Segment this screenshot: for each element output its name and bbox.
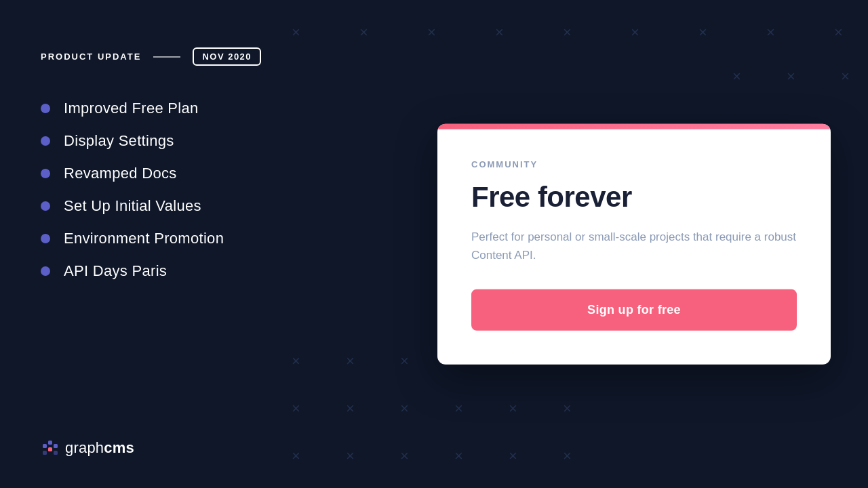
list-item: Display Settings xyxy=(41,132,407,150)
feature-list: Improved Free Plan Display Settings Reva… xyxy=(41,100,407,280)
x-decoration: × xyxy=(766,24,775,41)
feature-text: Improved Free Plan xyxy=(64,100,199,117)
x-decoration: × xyxy=(454,447,463,465)
header-line xyxy=(153,56,180,58)
svg-rect-2 xyxy=(54,444,58,448)
svg-rect-1 xyxy=(48,441,52,445)
x-decoration: × xyxy=(631,24,639,41)
list-item: Environment Promotion xyxy=(41,230,407,247)
card-category: COMMUNITY xyxy=(471,159,797,169)
left-section: PRODUCT UPDATE NOV 2020 Improved Free Pl… xyxy=(41,0,407,488)
bullet-icon xyxy=(41,234,50,243)
card-body: COMMUNITY Free forever Perfect for perso… xyxy=(437,129,831,365)
bullet-icon xyxy=(41,266,50,276)
date-badge: NOV 2020 xyxy=(193,47,261,66)
bullet-icon xyxy=(41,104,50,113)
list-item: Set Up Initial Values xyxy=(41,197,407,215)
product-update-header: PRODUCT UPDATE NOV 2020 xyxy=(41,47,407,66)
feature-text: Display Settings xyxy=(64,132,174,150)
svg-rect-3 xyxy=(48,447,52,451)
x-decoration: × xyxy=(834,24,843,41)
logo-text: graphcms xyxy=(65,439,134,457)
list-item: Revamped Docs xyxy=(41,165,407,182)
signup-button[interactable]: Sign up for free xyxy=(471,289,797,330)
x-decoration: × xyxy=(563,400,572,418)
x-decoration: × xyxy=(732,68,741,85)
list-item: API Days Paris xyxy=(41,262,407,280)
feature-text: Revamped Docs xyxy=(64,165,177,182)
x-decoration: × xyxy=(841,68,850,85)
x-decoration: × xyxy=(563,24,572,41)
logo-text-regular: graph xyxy=(65,439,104,456)
x-decoration: × xyxy=(427,24,436,41)
graphcms-logo-icon xyxy=(41,439,60,458)
logo-text-bold: cms xyxy=(104,439,134,456)
x-decoration: × xyxy=(698,24,707,41)
feature-text: API Days Paris xyxy=(64,262,167,280)
x-decoration: × xyxy=(495,24,504,41)
x-decoration: × xyxy=(509,447,517,465)
feature-text: Set Up Initial Values xyxy=(64,197,201,215)
svg-rect-4 xyxy=(43,451,47,455)
list-item: Improved Free Plan xyxy=(41,100,407,117)
right-section: COMMUNITY Free forever Perfect for perso… xyxy=(437,124,831,365)
x-decoration: × xyxy=(454,400,463,418)
x-decoration: × xyxy=(563,447,572,465)
card-accent-bar xyxy=(437,124,831,129)
community-card: COMMUNITY Free forever Perfect for perso… xyxy=(437,124,831,365)
logo-area: graphcms xyxy=(41,439,134,458)
bullet-icon xyxy=(41,136,50,146)
bullet-icon xyxy=(41,169,50,178)
card-title: Free forever xyxy=(471,182,797,213)
svg-rect-5 xyxy=(54,451,58,455)
svg-rect-0 xyxy=(43,444,47,448)
feature-text: Environment Promotion xyxy=(64,230,224,247)
product-update-label: PRODUCT UPDATE xyxy=(41,52,141,62)
card-description: Perfect for personal or small-scale proj… xyxy=(471,228,797,264)
x-decoration: × xyxy=(787,68,795,85)
bullet-icon xyxy=(41,201,50,211)
x-decoration: × xyxy=(509,400,517,418)
